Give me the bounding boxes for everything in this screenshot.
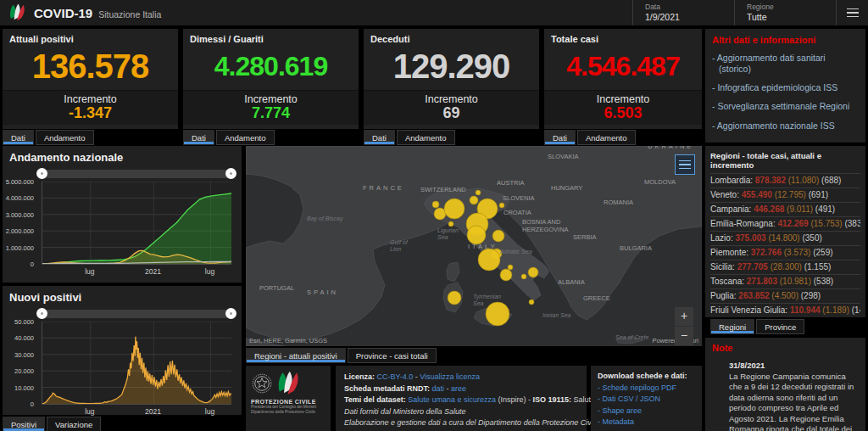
new-cases-panel: Nuovi positivi 010.00020.00030.00040.000… <box>3 286 242 415</box>
tab-province[interactable]: Province <box>756 319 804 334</box>
region-current-positives: (4.500) <box>771 291 800 300</box>
region-bubble[interactable] <box>521 274 526 279</box>
tab-variazione[interactable]: Variazione <box>47 417 101 431</box>
date-filter[interactable]: Data 1/9/2021 <box>632 0 734 25</box>
region-row[interactable]: Emilia-Romagna: 412.269 (15.753) (383) <box>710 216 860 231</box>
region-bubble[interactable] <box>508 265 513 270</box>
region-increment: (141) <box>852 305 860 315</box>
new-cases-chart[interactable] <box>42 322 231 405</box>
region-bubble[interactable] <box>500 269 512 281</box>
region-row[interactable]: Friuli Venezia Giulia: 110.944 (1.189) (… <box>710 303 860 317</box>
slider-handle-right[interactable] <box>225 308 236 319</box>
sidebar-info-link[interactable]: - Sorveglianza settimanale Regioni <box>712 101 859 112</box>
sidebar-info-link[interactable]: - Aggiornamento nazionale ISS <box>712 120 859 132</box>
new-cases-tabs: Positivi Variazione <box>3 417 101 431</box>
tab-province-totali[interactable]: Province - casi totali <box>348 348 437 363</box>
x-tick-label: lug <box>85 267 94 276</box>
region-bubble[interactable] <box>499 203 504 208</box>
map-country-label: PORTUGAL <box>259 285 294 293</box>
tab-andamento[interactable]: Andamento <box>36 130 94 145</box>
region-row[interactable]: Puglia: 263.852 (4.500) (298) <box>710 288 860 303</box>
tab-dati[interactable]: Dati <box>544 130 576 145</box>
license-text: (Inspire) - <box>496 395 533 404</box>
regions-list-title: Regioni - totale casi, attuali e increme… <box>710 151 860 173</box>
italy-map[interactable]: FRANCESWITZERLANDAUSTRIASLOVAKIAHUNGARYS… <box>246 146 702 346</box>
card-title: Totale casi <box>544 29 702 44</box>
region-bubble[interactable] <box>476 190 481 195</box>
region-bubble[interactable] <box>448 221 453 227</box>
legend-icon[interactable] <box>675 154 695 175</box>
region-name: Veneto: <box>710 190 742 199</box>
slider-handle-left[interactable] <box>36 168 47 179</box>
region-row[interactable]: Piemonte: 372.766 (3.573) (259) <box>710 245 860 260</box>
map-attribution: Esri, HERE, Garmin, USGS <box>249 337 327 344</box>
map-country-label: MOLDOVA <box>644 179 676 187</box>
download-link[interactable]: - Metadata <box>598 417 695 426</box>
license-link[interactable]: Salute umana e sicurezza <box>408 395 496 404</box>
region-increment: (298) <box>801 291 821 300</box>
region-bubble[interactable] <box>528 267 538 277</box>
tab-dati[interactable]: Dati <box>3 130 34 145</box>
header-bar: COVID-19 Situazione Italia Data 1/9/2021… <box>0 0 868 25</box>
map-sea-label: Gulf of Lion <box>390 239 408 253</box>
tab-positivi[interactable]: Positivi <box>3 417 45 431</box>
tab-dati[interactable]: Dati <box>364 130 395 145</box>
license-link[interactable]: aree <box>451 384 466 393</box>
license-line: Elaborazione e gestione dati a cura del … <box>344 417 578 429</box>
card-increment-block: Incremento -1.347 <box>3 90 178 125</box>
menu-icon[interactable] <box>836 0 868 25</box>
region-bubble[interactable] <box>448 291 461 305</box>
note-panel: Note 31/8/2021 La Regione Campania comun… <box>705 338 865 431</box>
download-link[interactable]: - Shape aree <box>598 406 695 415</box>
protezione-civile-logo-panel: PROTEZIONE CIVILE Presidenza del Consigl… <box>246 366 331 431</box>
zoom-in-button[interactable]: + <box>675 307 693 326</box>
license-link[interactable]: dati <box>432 384 445 393</box>
region-total-cases: 375.003 <box>735 233 768 243</box>
map-country-label: SLOVAKIA <box>548 154 579 161</box>
national-trend-title: Andamento nazionale <box>9 151 123 164</box>
slider-handle-left[interactable] <box>36 308 47 319</box>
download-link[interactable]: - Schede riepilogo PDF <box>598 383 695 392</box>
zoom-out-button[interactable]: − <box>675 327 693 345</box>
map-sea-label: Ligurian Sea <box>437 227 459 241</box>
map-country-label: BULGARIA <box>620 245 652 253</box>
note-body: 31/8/2021 La Regione Campania comunica c… <box>712 361 859 431</box>
sidebar-info-link[interactable]: - Infografica epidemiologica ISS <box>712 82 859 93</box>
tab-andamento[interactable]: Andamento <box>577 130 636 145</box>
region-bubble[interactable] <box>492 230 504 242</box>
region-bubble[interactable] <box>470 196 478 204</box>
tab-regioni-attuali[interactable]: Regioni - attuali positivi <box>246 348 346 363</box>
region-current-positives: (1.189) <box>822 305 851 315</box>
region-row[interactable]: Lombardia: 878.382 (11.080) (688) <box>710 173 860 188</box>
national-trend-chart[interactable] <box>42 182 231 265</box>
region-bubble[interactable] <box>529 299 534 305</box>
region-filter[interactable]: Regione Tutte <box>734 0 836 25</box>
region-bubble[interactable] <box>432 201 439 208</box>
card-totale-casi: Totale casi 4.546.487 Incremento 6.503 <box>544 29 702 129</box>
license-link[interactable]: CC-BY-4.0 <box>377 372 414 381</box>
license-link[interactable]: Visualizza licenza <box>420 372 480 381</box>
region-row[interactable]: Campania: 446.268 (9.011) (491) <box>710 202 860 216</box>
region-row[interactable]: Veneto: 455.490 (12.795) (691) <box>710 188 860 202</box>
region-row[interactable]: Sicilia: 277.705 (28.300) (1.155) <box>710 260 860 274</box>
increment-label: Incremento <box>3 93 178 105</box>
download-link[interactable]: - Dati CSV / JSON <box>598 395 695 403</box>
region-total-cases: 277.705 <box>737 262 771 271</box>
region-name: Piemonte: <box>710 248 751 257</box>
range-slider[interactable] <box>42 310 231 318</box>
range-slider[interactable] <box>42 170 231 178</box>
tab-andamento[interactable]: Andamento <box>397 130 455 145</box>
card-attuali-positivi: Attuali positivi 136.578 Incremento -1.3… <box>3 29 178 129</box>
tab-regioni[interactable]: Regioni <box>710 319 754 334</box>
map-sea-label: Bay of Biscay <box>307 216 342 222</box>
region-bubble[interactable] <box>478 249 500 271</box>
sidebar-info-link[interactable]: - Aggiornamento dati sanitari (storico) <box>712 53 859 75</box>
region-row[interactable]: Lazio: 375.003 (14.800) (350) <box>710 231 860 245</box>
region-bubble[interactable] <box>467 226 486 244</box>
tab-andamento[interactable]: Andamento <box>216 130 275 145</box>
tab-dati[interactable]: Dati <box>183 130 214 145</box>
region-row[interactable]: Toscana: 271.803 (10.981) (538) <box>710 274 860 288</box>
slider-handle-right[interactable] <box>225 168 236 179</box>
region-bubble[interactable] <box>444 199 465 219</box>
other-data-title: Altri dati e informazioni <box>712 35 859 45</box>
